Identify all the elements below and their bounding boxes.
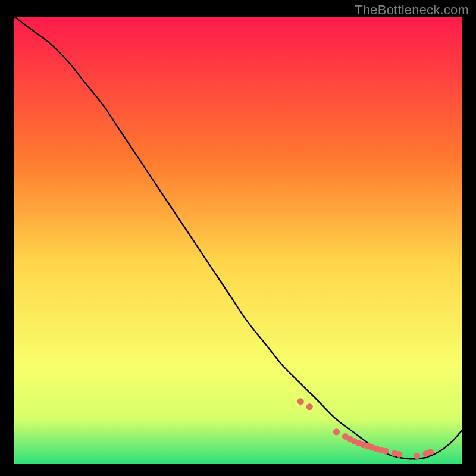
watermark-text: TheBottleneck.com xyxy=(355,2,469,18)
gradient-background xyxy=(14,17,462,464)
marker-dot xyxy=(333,428,340,435)
marker-dot xyxy=(306,403,313,410)
marker-dot xyxy=(396,451,402,458)
plot-area xyxy=(14,17,462,464)
marker-dot xyxy=(383,448,389,455)
marker-dot xyxy=(414,453,420,459)
chart-svg xyxy=(14,17,462,464)
marker-dot xyxy=(427,449,434,455)
chart-frame: TheBottleneck.com xyxy=(0,0,476,476)
marker-dot xyxy=(298,398,304,405)
